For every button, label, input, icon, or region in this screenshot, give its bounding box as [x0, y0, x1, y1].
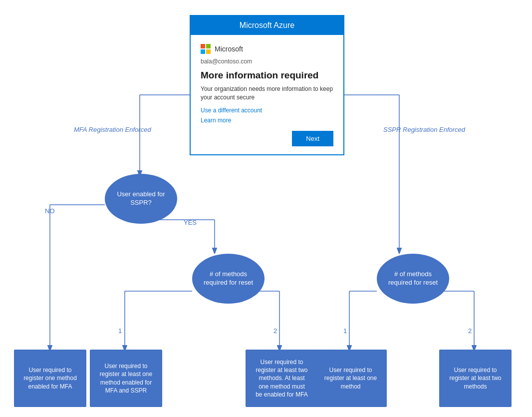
- diagram-container: Microsoft Azure Microsoft bala@contoso.c…: [0, 0, 532, 417]
- methods-left-text: # of methods required for reset: [204, 270, 253, 287]
- box3-text: User required to register at least two m…: [256, 358, 308, 399]
- ms-logo-grid: [201, 44, 211, 54]
- yes-label: YES: [184, 219, 197, 226]
- box1-mfa-one-method: User required to register one method ena…: [14, 350, 86, 407]
- sspr-ellipse-text: User enabled for SSPR?: [117, 190, 165, 207]
- box2-mfa-sspr-one-method: User required to register at least one m…: [90, 350, 162, 407]
- sspr-enforced-label: SSPR Registration Enforced: [383, 126, 465, 133]
- ms-green-square: [206, 44, 211, 48]
- next-button[interactable]: Next: [292, 131, 333, 146]
- card-description: Your organization needs more information…: [201, 85, 333, 102]
- two-right-label: 2: [468, 327, 472, 335]
- different-account-link[interactable]: Use a different account: [201, 107, 333, 114]
- methods-right-text: # of methods required for reset: [388, 270, 438, 287]
- learn-more-link[interactable]: Learn more: [201, 117, 333, 124]
- one-left-label: 1: [118, 327, 122, 335]
- card-title: More information required: [201, 70, 333, 81]
- box4-sspr-one-method: User required to register at least one m…: [314, 350, 387, 407]
- ms-logo: Microsoft: [201, 44, 333, 54]
- box5-text: User required to register at least two m…: [449, 366, 501, 391]
- box1-text: User required to register one method ena…: [23, 366, 77, 391]
- ms-logo-text: Microsoft: [215, 45, 243, 53]
- azure-card-header: Microsoft Azure: [191, 16, 343, 35]
- sspr-ellipse: User enabled for SSPR?: [105, 174, 177, 224]
- card-email: bala@contoso.com: [201, 58, 333, 65]
- ms-yellow-square: [206, 49, 211, 54]
- box2-text: User required to register at least one m…: [100, 362, 152, 395]
- azure-card: Microsoft Azure Microsoft bala@contoso.c…: [190, 15, 344, 155]
- ms-red-square: [201, 44, 205, 48]
- box5-sspr-two-methods: User required to register at least two m…: [439, 350, 512, 407]
- two-left-label: 2: [273, 327, 277, 335]
- methods-right-ellipse: # of methods required for reset: [377, 254, 449, 304]
- no-label: NO: [45, 207, 55, 215]
- box4-text: User required to register at least one m…: [324, 366, 377, 391]
- mfa-enforced-label: MFA Registration Enforced: [74, 126, 151, 133]
- box3-mfa-two-methods: User required to register at least two m…: [246, 350, 318, 407]
- ms-blue-square: [201, 49, 205, 54]
- methods-left-ellipse: # of methods required for reset: [192, 254, 265, 304]
- one-right-label: 1: [343, 327, 347, 335]
